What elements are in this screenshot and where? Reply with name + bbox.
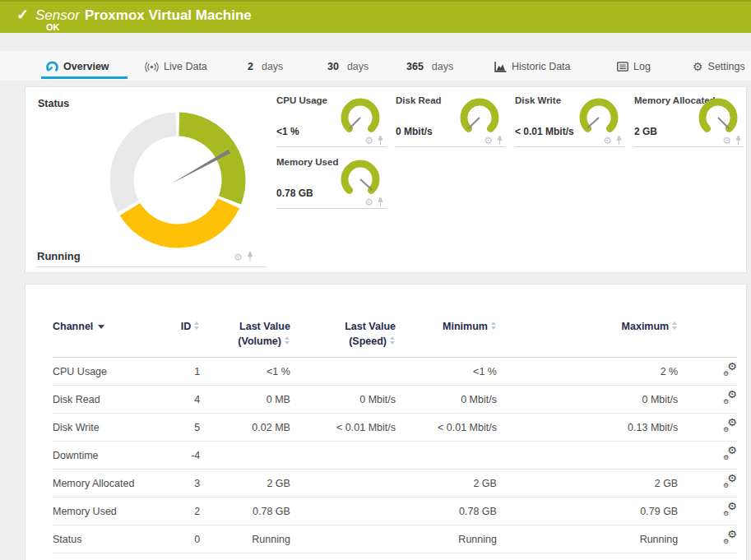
header-minimum-label: Minimum bbox=[443, 321, 488, 332]
mini-gauge-tile-disk-read: Disk Read 0 Mbit/s ⚙ bbox=[396, 94, 505, 147]
area-chart-icon bbox=[494, 62, 507, 72]
header-lvv-line1: Last Value bbox=[239, 321, 290, 332]
mini-tile-actions: ⚙ bbox=[364, 197, 384, 207]
header-lvs-line2: (Speed) bbox=[349, 336, 387, 347]
channel-gear-icon[interactable]: ⚙ bbox=[603, 136, 612, 146]
table-row-memory-used: Memory Used 2 0.78 GB 0.78 GB 0.79 GB ⚙⚙ bbox=[53, 498, 737, 525]
channel-id-cell: 2 bbox=[162, 498, 200, 525]
tab-365-days-unit: days bbox=[432, 61, 453, 72]
header-id[interactable]: ID bbox=[162, 316, 200, 358]
sort-arrows-icon[interactable] bbox=[390, 336, 396, 345]
tab-historic-data[interactable]: Historic Data bbox=[494, 58, 571, 76]
last-value-volume-cell: 2 GB bbox=[200, 470, 290, 498]
channel-settings-gears-icon[interactable]: ⚙⚙ bbox=[723, 419, 737, 433]
mini-gauge bbox=[457, 98, 503, 141]
last-value-speed-cell bbox=[290, 442, 396, 470]
tab-live-data-label: Live Data bbox=[164, 61, 207, 72]
sort-arrows-icon[interactable] bbox=[194, 322, 200, 330]
last-value-volume-cell: Running bbox=[200, 525, 290, 553]
pin-icon[interactable] bbox=[377, 197, 384, 207]
mini-tile-actions: ⚙ bbox=[722, 136, 742, 146]
tab-30-days-unit: days bbox=[347, 61, 369, 72]
mini-gauge-tile-cpu-usage: CPU Usage <1 % ⚙ bbox=[276, 94, 386, 147]
tab-2-days-unit: days bbox=[262, 61, 283, 72]
header-minimum[interactable]: Minimum bbox=[396, 316, 497, 358]
tab-settings-label: Settings bbox=[708, 61, 745, 72]
channel-gear-icon[interactable]: ⚙ bbox=[364, 136, 373, 146]
mini-tile-actions: ⚙ bbox=[603, 136, 623, 146]
mini-gauge-tile-memory-used: Memory Used 0.78 GB ⚙ bbox=[276, 155, 386, 209]
last-value-speed-cell: 0 Mbit/s bbox=[290, 386, 396, 414]
table-row-downtime: Downtime -4 ⚙⚙ bbox=[53, 442, 737, 470]
last-value-speed-cell bbox=[290, 358, 396, 386]
channels-table: Channel ID Last Value (Volume) Last Valu… bbox=[53, 316, 737, 553]
header-lvs-line1: Last Value bbox=[345, 321, 396, 332]
pin-icon[interactable] bbox=[377, 136, 384, 146]
sensor-title: Proxmox Virtual Machine bbox=[85, 7, 252, 24]
channel-id-cell: 1 bbox=[162, 358, 200, 386]
mini-gauge-value: < 0.01 Mbit/s bbox=[515, 126, 574, 137]
channel-settings-gears-icon[interactable]: ⚙⚙ bbox=[723, 447, 737, 460]
header-lvv-line2: (Volume) bbox=[238, 336, 281, 347]
channel-name-cell: Downtime bbox=[53, 442, 162, 470]
minimum-cell: < 0.01 Mbit/s bbox=[396, 414, 497, 442]
channel-settings-gears-icon[interactable]: ⚙⚙ bbox=[723, 475, 737, 488]
channel-id-cell: 5 bbox=[162, 414, 200, 442]
table-row-memory-allocated: Memory Allocated 3 2 GB 2 GB 2 GB ⚙⚙ bbox=[53, 470, 737, 498]
channel-gear-icon[interactable]: ⚙ bbox=[484, 136, 493, 146]
tab-overview-label: Overview bbox=[63, 61, 109, 72]
minimum-cell bbox=[396, 442, 497, 470]
maximum-cell: 0.79 GB bbox=[497, 498, 678, 525]
channel-name-cell: Status bbox=[53, 525, 162, 553]
channel-name-cell: Memory Allocated bbox=[53, 470, 162, 498]
gauge-needle bbox=[350, 118, 360, 128]
maximum-cell: 0.13 Mbit/s bbox=[497, 414, 678, 442]
sort-arrows-icon[interactable] bbox=[491, 322, 497, 330]
sort-arrows-icon[interactable] bbox=[672, 322, 678, 330]
last-value-speed-cell bbox=[290, 525, 396, 553]
last-value-speed-cell bbox=[290, 498, 396, 525]
tab-2-days[interactable]: 2 days bbox=[248, 58, 283, 76]
tab-365-days[interactable]: 365 days bbox=[406, 58, 453, 76]
tab-live-data[interactable]: Live Data bbox=[145, 58, 207, 76]
header-last-value-volume[interactable]: Last Value (Volume) bbox=[200, 316, 290, 358]
tab-2-days-number: 2 bbox=[248, 61, 253, 72]
channel-gear-icon[interactable]: ⚙ bbox=[234, 252, 243, 262]
channel-settings-gears-icon[interactable]: ⚙⚙ bbox=[723, 363, 737, 377]
channel-gear-icon[interactable]: ⚙ bbox=[722, 136, 731, 146]
pin-icon[interactable] bbox=[735, 136, 742, 146]
pin-icon[interactable] bbox=[615, 136, 623, 146]
channel-settings-gears-icon[interactable]: ⚙⚙ bbox=[723, 391, 737, 405]
gauge-needle bbox=[468, 118, 480, 128]
channel-settings-gears-icon[interactable]: ⚙⚙ bbox=[723, 531, 737, 544]
channel-name-cell: CPU Usage bbox=[53, 358, 162, 386]
tab-30-days[interactable]: 30 days bbox=[327, 58, 369, 76]
tab-overview[interactable]: Overview bbox=[46, 58, 109, 76]
pin-icon[interactable] bbox=[496, 136, 503, 146]
mini-gauge-value: <1 % bbox=[276, 126, 299, 137]
header-last-value-speed[interactable]: Last Value (Speed) bbox=[290, 316, 396, 358]
header-channel[interactable]: Channel bbox=[53, 316, 162, 358]
tab-log[interactable]: Log bbox=[617, 58, 651, 76]
header-id-label: ID bbox=[181, 321, 192, 332]
table-row-status: Status 0 Running Running Running ⚙⚙ bbox=[53, 525, 737, 553]
settings-gear-icon: ⚙ bbox=[693, 61, 703, 72]
mini-gauge bbox=[695, 98, 741, 141]
table-row-disk-write: Disk Write 5 0.02 MB < 0.01 Mbit/s < 0.0… bbox=[53, 414, 737, 442]
sort-arrows-icon[interactable] bbox=[285, 336, 290, 345]
maximum-cell bbox=[497, 442, 678, 470]
channel-gear-icon[interactable]: ⚙ bbox=[364, 197, 373, 207]
pin-icon[interactable] bbox=[246, 252, 254, 262]
mini-gauge-title: CPU Usage bbox=[276, 95, 327, 105]
status-ok-check-icon: ✓ bbox=[16, 6, 29, 24]
last-value-volume-cell bbox=[200, 442, 290, 470]
channel-settings-gears-icon[interactable]: ⚙⚙ bbox=[723, 503, 737, 516]
header-maximum[interactable]: Maximum bbox=[497, 316, 678, 358]
maximum-cell: 2 GB bbox=[497, 470, 678, 498]
table-row-cpu-usage: CPU Usage 1 <1 % <1 % 2 % ⚙⚙ bbox=[53, 358, 737, 386]
mini-gauge-title: Disk Read bbox=[396, 95, 442, 105]
maximum-cell: 2 % bbox=[497, 358, 678, 386]
last-value-speed-cell: < 0.01 Mbit/s bbox=[290, 414, 396, 442]
mini-gauge bbox=[576, 98, 622, 141]
tab-settings[interactable]: ⚙ Settings bbox=[693, 58, 745, 76]
